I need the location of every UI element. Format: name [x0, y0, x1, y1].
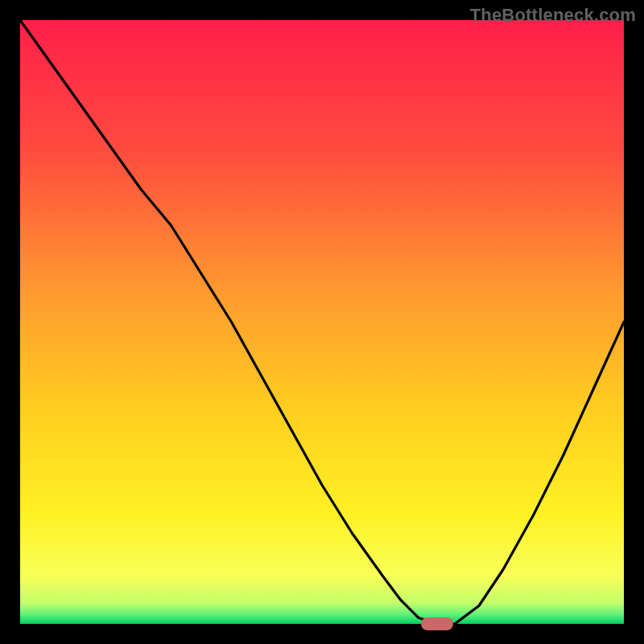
optimum-marker — [421, 617, 453, 630]
watermark-text: TheBottleneck.com — [470, 5, 636, 26]
bottleneck-curve — [20, 20, 624, 624]
plot-area — [20, 20, 624, 624]
chart-frame: TheBottleneck.com — [0, 0, 644, 644]
